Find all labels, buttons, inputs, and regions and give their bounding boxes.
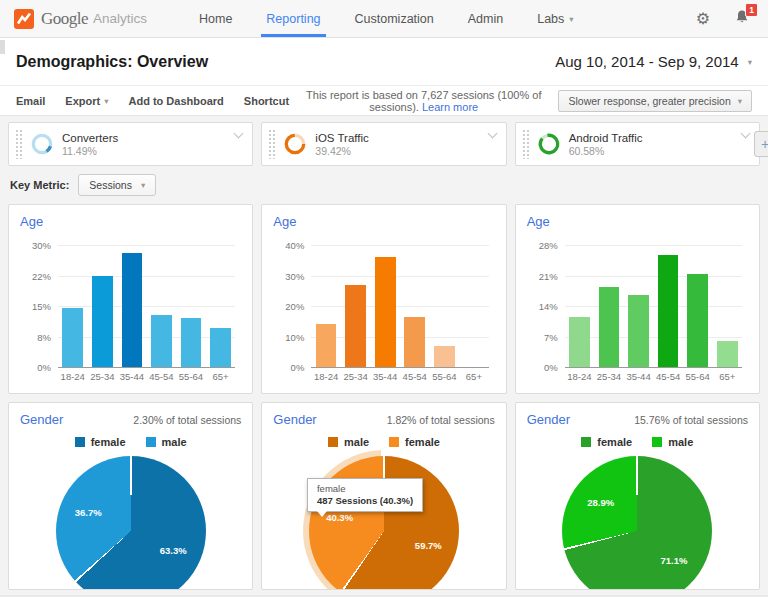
legend-item-female: female: [75, 436, 126, 448]
y-axis-tick: 15%: [32, 301, 58, 312]
page-header: Demographics: Overview Aug 10, 2014 - Se…: [0, 38, 768, 86]
bar-55-64[interactable]: [687, 274, 708, 367]
bar-65+[interactable]: [210, 328, 231, 367]
legend-swatch: [146, 437, 156, 447]
shortcut-button[interactable]: Shortcut: [244, 95, 289, 107]
y-axis-tick: 8%: [37, 331, 58, 342]
drag-handle-icon[interactable]: [522, 129, 530, 159]
age-chart-title[interactable]: Age: [527, 214, 748, 229]
legend-item-male: male: [146, 436, 187, 448]
segment-card-converters: Converters 11.49%: [8, 122, 253, 166]
pie-slice-label: 63.3%: [160, 544, 187, 555]
nav-tab-labs[interactable]: Labs ▾: [520, 0, 590, 37]
email-button[interactable]: Email: [16, 95, 45, 107]
legend-swatch: [652, 437, 662, 447]
legend-swatch: [328, 437, 338, 447]
date-range-picker[interactable]: Aug 10, 2014 - Sep 9, 2014 ▾: [555, 53, 752, 70]
x-axis-labels: 18-2425-3435-4445-5455-6465+: [58, 371, 235, 382]
gender-chart-card-ios: Gender 1.82% of total sessions malefemal…: [261, 402, 506, 590]
sidebar-collapse-handle[interactable]: [0, 40, 5, 54]
x-axis-label: 18-24: [58, 371, 88, 382]
x-axis-label: 18-24: [311, 371, 341, 382]
x-axis-label: 45-54: [147, 371, 177, 382]
nav-tab-customization[interactable]: Customization: [338, 0, 451, 37]
segments-row: Converters 11.49% iOS Traffic 39.42%: [8, 122, 760, 166]
gear-icon[interactable]: ⚙: [696, 9, 710, 28]
nav-utilities: ⚙ 1: [696, 0, 754, 37]
age-chart-card-converters: Age 30%22%15%8%0%18-2425-3435-4445-5455-…: [8, 204, 253, 394]
x-axis-label: 25-34: [341, 371, 371, 382]
nav-tab-admin[interactable]: Admin: [451, 0, 520, 37]
export-button[interactable]: Export ▾: [65, 95, 108, 107]
age-chart-title[interactable]: Age: [20, 214, 241, 229]
bar-45-54[interactable]: [658, 255, 679, 367]
key-metric-selector[interactable]: Sessions ▾: [78, 174, 156, 196]
pie-chart[interactable]: [56, 456, 206, 590]
nav-tab-reporting[interactable]: Reporting: [249, 0, 337, 37]
chevron-down-icon[interactable]: [487, 129, 497, 139]
segment-name: iOS Traffic: [315, 132, 368, 144]
pie-slice-label: 59.7%: [415, 539, 442, 550]
bar-45-54[interactable]: [151, 315, 172, 367]
x-axis-label: 25-34: [88, 371, 118, 382]
drag-handle-icon[interactable]: [268, 129, 276, 159]
gender-chart-title[interactable]: Gender: [20, 412, 63, 427]
y-axis-tick: 0%: [291, 362, 312, 373]
notifications-bell[interactable]: 1: [734, 9, 750, 29]
pie-slice-label: 36.7%: [75, 507, 102, 518]
segment-donut-icon: [537, 132, 561, 156]
y-axis-tick: 0%: [544, 362, 565, 373]
x-axis-label: 35-44: [370, 371, 400, 382]
bar-25-34[interactable]: [92, 276, 113, 368]
bar-65+[interactable]: [717, 341, 738, 367]
precision-selector[interactable]: Slower response, greater precision ▾: [558, 90, 752, 112]
segment-name: Converters: [62, 132, 118, 144]
legend-swatch: [581, 437, 591, 447]
bar-25-34[interactable]: [599, 287, 620, 367]
bar-55-64[interactable]: [434, 346, 455, 367]
chevron-down-icon[interactable]: [741, 129, 751, 139]
gender-chart-title[interactable]: Gender: [273, 412, 316, 427]
nav-tab-home[interactable]: Home: [182, 0, 249, 37]
learn-more-link[interactable]: Learn more: [422, 101, 478, 113]
age-charts-row: Age 30%22%15%8%0%18-2425-3435-4445-5455-…: [8, 204, 760, 394]
gender-chart-title[interactable]: Gender: [527, 412, 570, 427]
chevron-down-icon: ▾: [569, 14, 573, 24]
chevron-down-icon[interactable]: [234, 129, 244, 139]
bar-18-24[interactable]: [62, 308, 83, 367]
brand-google: Google: [41, 9, 88, 29]
drag-handle-icon[interactable]: [15, 129, 23, 159]
google-analytics-logo[interactable]: Google Analytics: [14, 0, 164, 37]
bar-55-64[interactable]: [181, 318, 202, 367]
pie-chart[interactable]: [562, 456, 712, 590]
pie-slice-label: 40.3%: [326, 512, 353, 523]
page-title: Demographics: Overview: [16, 53, 208, 71]
segment-card-android-traffic: Android Traffic 60.58%: [515, 122, 760, 166]
gender-chart-card-android: Gender 15.76% of total sessions femalema…: [515, 402, 760, 590]
date-range-value: Aug 10, 2014 - Sep 9, 2014: [555, 53, 738, 70]
pie-legend: femalemale: [20, 436, 241, 448]
bar-35-44[interactable]: [375, 257, 396, 367]
add-to-dashboard-button[interactable]: Add to Dashboard: [128, 95, 223, 107]
bar-35-44[interactable]: [628, 295, 649, 367]
x-axis-label: 55-64: [176, 371, 206, 382]
y-axis-tick: 40%: [285, 240, 311, 251]
add-segment-button[interactable]: +: [754, 131, 768, 157]
bar-18-24[interactable]: [569, 317, 590, 367]
gridline: [58, 367, 235, 368]
bar-25-34[interactable]: [345, 285, 366, 367]
bar-18-24[interactable]: [316, 324, 337, 367]
bar-35-44[interactable]: [122, 253, 143, 367]
brand-analytics: Analytics: [93, 11, 147, 26]
pie-slice-label: 71.1%: [660, 554, 687, 565]
segment-name: Android Traffic: [569, 132, 643, 144]
report-toolbar: Email Export ▾ Add to Dashboard Shortcut…: [0, 86, 768, 116]
bar-chart-plot: 40%30%20%10%0%: [311, 245, 488, 367]
bar-45-54[interactable]: [404, 317, 425, 367]
x-axis-labels: 18-2425-3435-4445-5455-6465+: [311, 371, 488, 382]
age-chart-title[interactable]: Age: [273, 214, 494, 229]
pie-legend: femalemale: [527, 436, 748, 448]
pie-legend: malefemale: [273, 436, 494, 448]
key-metric-row: Key Metric: Sessions ▾: [10, 174, 760, 196]
segment-value: 11.49%: [62, 145, 118, 157]
